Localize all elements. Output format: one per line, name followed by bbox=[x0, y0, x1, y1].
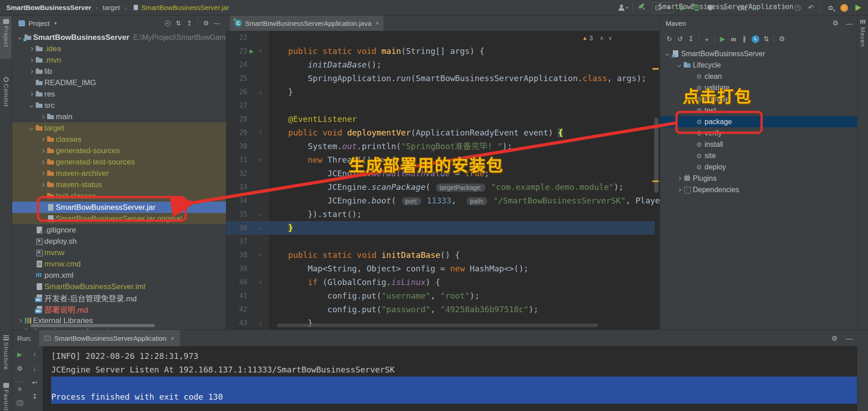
down-the-stack-trace-icon[interactable]: ↓ bbox=[27, 363, 42, 374]
tree-item-smartbowbusinessserver-iml[interactable]: SmartBowBusinessServer.iml bbox=[12, 281, 226, 292]
code-line-24[interactable]: 24 initDataBase(); bbox=[226, 58, 660, 72]
project-tree[interactable]: SmartBowBusinessServerE:\MyProject\Smart… bbox=[12, 31, 226, 329]
fold-marker-icon[interactable]: ▿ bbox=[259, 248, 262, 262]
code-editor[interactable]: 2223▶▿ public static void main(String[] … bbox=[226, 31, 660, 329]
run-line-icon[interactable]: ▶ bbox=[249, 44, 254, 58]
maven-item-lifecycle[interactable]: ⚙Lifecycle bbox=[660, 59, 857, 71]
maven-goal-verify[interactable]: ⚙verify bbox=[660, 127, 857, 139]
project-horizontal-scrollbar[interactable] bbox=[30, 324, 155, 327]
locate-file-button[interactable] bbox=[162, 18, 173, 28]
tree-item-mvnw-cmd[interactable]: mvnw.cmd bbox=[12, 258, 226, 270]
code-line-42[interactable]: 42 config.put("password", "49258ab36b975… bbox=[226, 303, 660, 316]
fold-marker-icon[interactable]: ▿ bbox=[259, 276, 262, 289]
code-line-36[interactable]: 36▵ } bbox=[226, 221, 655, 235]
code-line-34[interactable]: 34 JCEngine.boot( port: 11333, path: "/S… bbox=[226, 194, 660, 208]
fold-marker-icon[interactable]: ▿ bbox=[259, 153, 262, 167]
code-line-39[interactable]: 39 Map<String, Object> config = new Hash… bbox=[226, 262, 660, 276]
git-commit-button[interactable]: ✓ bbox=[764, 2, 776, 13]
git-update-button[interactable]: ↙ bbox=[751, 2, 762, 13]
skip-tests-icon[interactable]: ∦ bbox=[739, 34, 750, 44]
chevron-right-icon[interactable] bbox=[675, 175, 683, 182]
breadcrumb-target[interactable]: target bbox=[103, 4, 120, 11]
code-line-41[interactable]: 41 config.put("username", "root"); bbox=[226, 289, 660, 303]
chevron-right-icon[interactable] bbox=[27, 68, 35, 75]
fold-marker-icon[interactable]: ▿ bbox=[259, 44, 262, 58]
tree-item-test-classes[interactable]: test-classes bbox=[12, 190, 226, 202]
hide-panel-button[interactable]: — bbox=[211, 18, 222, 28]
fold-marker-icon[interactable]: ▵ bbox=[259, 85, 262, 99]
code-line-43[interactable]: 43▵ } bbox=[226, 316, 660, 329]
toolbox-icon[interactable] bbox=[852, 2, 863, 13]
run-panel-hide-button[interactable]: — bbox=[846, 334, 853, 342]
git-push-button[interactable]: ↗ bbox=[778, 2, 790, 13]
code-line-37[interactable]: 37 bbox=[226, 235, 660, 248]
maven-item-plugins[interactable]: Plugins bbox=[660, 173, 857, 184]
expand-collapse-button[interactable]: ⇅ bbox=[173, 18, 184, 28]
chevron-right-icon[interactable] bbox=[675, 186, 683, 193]
rollback-button[interactable]: ↶ bbox=[805, 2, 817, 13]
code-line-32[interactable]: 32 JCEngine.defaultAuthValue = true; bbox=[226, 167, 660, 180]
maven-goal-install[interactable]: ⚙install bbox=[660, 139, 857, 150]
tree-item-classes[interactable]: classes bbox=[12, 134, 226, 145]
update-notification-icon[interactable]: ↑ bbox=[838, 2, 850, 13]
code-line-27[interactable]: 27 bbox=[226, 99, 660, 112]
tree-item-generated-test-sources[interactable]: generated-test-sources bbox=[12, 156, 226, 168]
coverage-button[interactable] bbox=[705, 2, 716, 13]
tree-item-smartbowbusinessserver-jar[interactable]: SmartBowBusinessServer.jar bbox=[12, 202, 226, 213]
execute-goal-icon[interactable]: m bbox=[728, 34, 739, 44]
inspection-widget[interactable]: ▲ 3 ∧ ∨ bbox=[582, 34, 614, 42]
tree-item-部署说明-md[interactable]: MD部署说明.md bbox=[12, 304, 226, 315]
maven-goal-package[interactable]: ⚙package bbox=[660, 116, 857, 127]
next-problem-icon[interactable]: ∨ bbox=[608, 35, 612, 41]
tool-stripe-maven[interactable]: m Maven bbox=[858, 17, 868, 76]
chevron-down-icon[interactable] bbox=[27, 125, 35, 132]
fold-marker-icon[interactable]: ▿ bbox=[259, 126, 262, 140]
code-line-23[interactable]: 23▶▿ public static void main(String[] ar… bbox=[226, 44, 660, 58]
tree-item-target[interactable]: target bbox=[12, 122, 226, 134]
user-account-icon[interactable]: ▾ bbox=[617, 2, 629, 13]
breadcrumb-jar[interactable]: SmartBowBusinessServer.jar bbox=[141, 4, 229, 11]
screenshot-icon[interactable] bbox=[12, 397, 27, 408]
project-settings-gear-icon[interactable]: ⚙ bbox=[201, 18, 211, 28]
chevron-right-icon[interactable] bbox=[27, 45, 35, 53]
tree-item-pom-xml[interactable]: pom.xml bbox=[12, 270, 226, 281]
code-line-30[interactable]: 30 System.out.println("SpringBoot准备完毕! "… bbox=[226, 140, 660, 153]
run-console[interactable]: [INFO] 2022-08-26 12:28:31,973JCEngine S… bbox=[43, 346, 857, 411]
maven-goal-compile[interactable]: ⚙compile bbox=[660, 93, 857, 105]
tree-item-mvnw[interactable]: mvnw bbox=[12, 247, 226, 258]
add-maven-projects-icon[interactable]: + bbox=[701, 34, 712, 44]
rerun-icon[interactable]: ▶ bbox=[12, 349, 27, 360]
tree-item-mvn[interactable]: .mvn bbox=[12, 54, 226, 66]
chevron-down-icon[interactable] bbox=[16, 34, 24, 41]
chevron-right-icon[interactable] bbox=[27, 91, 35, 98]
tool-stripe-commit[interactable]: Commit bbox=[0, 74, 12, 118]
code-line-31[interactable]: 31▿ new Thread(() -> { bbox=[226, 153, 660, 167]
tree-item-src[interactable]: src bbox=[12, 100, 226, 111]
soft-wrap-icon[interactable]: ↩ bbox=[27, 377, 42, 388]
tree-item-main[interactable]: main bbox=[12, 111, 226, 122]
chevron-right-icon[interactable] bbox=[38, 147, 46, 155]
tool-stripe-favorites[interactable]: Favorites bbox=[0, 380, 12, 411]
code-line-26[interactable]: 26▵ } bbox=[226, 85, 660, 99]
chevron-right-icon[interactable] bbox=[38, 170, 46, 177]
maven-gear-icon[interactable]: ⚙ bbox=[833, 19, 839, 27]
fold-marker-icon[interactable]: ▵ bbox=[259, 316, 262, 329]
collapse-all-button[interactable]: ↥ bbox=[184, 18, 195, 28]
chevron-right-icon[interactable] bbox=[27, 57, 35, 64]
build-hammer-icon[interactable] bbox=[637, 2, 648, 13]
close-tab-icon[interactable]: × bbox=[375, 19, 379, 27]
fold-marker-icon[interactable]: ▵ bbox=[259, 208, 262, 221]
tool-stripe-structure[interactable]: Structure bbox=[0, 333, 12, 376]
download-sources-icon[interactable]: ↧ bbox=[686, 34, 696, 44]
maven-tree[interactable]: SmartBowBusinessServer⚙Lifecycle⚙clean⚙v… bbox=[660, 47, 857, 329]
tree-item-readme-img[interactable]: README_IMG bbox=[12, 77, 226, 88]
chevron-right-icon[interactable] bbox=[38, 113, 46, 121]
collapse-all-icon[interactable]: ⇅ bbox=[761, 34, 772, 44]
run-tab[interactable]: SmartBowBusinessServerApplication × bbox=[39, 330, 180, 347]
run-build-icon[interactable]: ▶ bbox=[717, 34, 728, 44]
scroll-to-end-icon[interactable]: ↧ bbox=[27, 391, 42, 402]
code-line-28[interactable]: 28 @EventListener bbox=[226, 112, 660, 126]
tree-item-res[interactable]: res bbox=[12, 88, 226, 100]
tree-item-gitignore[interactable]: ⊘.gitignore bbox=[12, 224, 226, 236]
generate-sources-icon[interactable]: ↺ bbox=[675, 34, 686, 44]
